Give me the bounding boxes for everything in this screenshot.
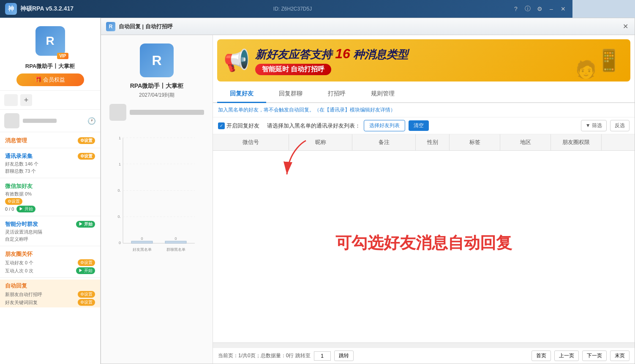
sidebar-item-auto-reply[interactable]: 自动回复 新朋友自动打招呼 ⚙设置 好友关键词回复 ⚙设置 [0, 280, 100, 307]
dialog-right-panel: 📢 新好友应答支持 16 种消息类型 智能延时 自动打招呼 📱 🧑 回复好友 回… [213, 35, 635, 364]
dialog-account-avatar [109, 104, 126, 121]
last-page-button[interactable]: 末页 [610, 350, 630, 361]
dialog-account-row [109, 104, 204, 121]
avatar: R VIP [35, 26, 65, 56]
promo-banner: 📢 新好友应答支持 16 种消息类型 智能延时 自动打招呼 📱 🧑 [217, 39, 630, 81]
svg-text:1: 1 [119, 162, 121, 166]
goto-button[interactable]: 跳转 [334, 350, 354, 361]
banner-sub: 智能延时 自动打招呼 [255, 64, 331, 75]
profile-name: RPA微助手丨大掌柜 [25, 62, 75, 70]
app-id: ID: Z6H2C37D5J [273, 6, 312, 12]
svg-text:好友黑名单: 好友黑名单 [133, 247, 152, 252]
svg-text:群聊黑名单: 群聊黑名单 [166, 247, 185, 252]
dialog-close-button[interactable]: ✕ [621, 22, 630, 31]
close-button[interactable]: ✕ [559, 5, 567, 13]
window-controls: ? ⓘ ⚙ – ✕ [512, 5, 567, 13]
dialog-avatar: R [140, 43, 174, 77]
clear-button[interactable]: 清空 [409, 120, 429, 131]
dialog-window: R 自动回复 | 自动打招呼 ✕ R RPA微助手丨大掌柜 2027/04/19… [101, 18, 635, 364]
sidebar-item-message-management[interactable]: 消息管理 ⚙设置 [0, 134, 100, 146]
select-friends-button[interactable]: 选择好友列表 [364, 120, 405, 131]
dialog-expire: 2027/04/19到期 [139, 92, 174, 99]
wechat-info [23, 119, 84, 123]
dialog-titlebar: R 自动回复 | 自动打招呼 ✕ [101, 18, 635, 35]
horizontal-scrollbar[interactable] [213, 342, 635, 348]
svg-text:0: 0 [141, 236, 143, 241]
wechat-avatar [4, 113, 19, 128]
sidebar-item-contacts[interactable]: 通讯录采集 ⚙设置 好友总数 146 个 群聊总数 73 个 [0, 150, 100, 176]
data-table: 微信号 昵称 备注 性别 标签 地区 朋友圈权限 [213, 134, 635, 342]
chart-area: 1 1 0. 0. 0 好友黑名单 群聊黑名单 0 0 [110, 129, 203, 264]
sidebar: R VIP RPA微助手丨大掌柜 🎁 会员权益 + 🕐 消息管理 ⚙设置 通 [0, 18, 101, 364]
col-region: 地区 [500, 134, 551, 150]
svg-text:0.: 0. [117, 188, 121, 193]
vip-badge: VIP [57, 53, 68, 59]
col-gender: 性别 [416, 134, 450, 150]
banner-decoration: 📱 [596, 39, 622, 81]
table-body-empty [213, 151, 635, 277]
dialog-content: R RPA微助手丨大掌柜 2027/04/19到期 [101, 35, 635, 364]
wechat-account-item[interactable]: 🕐 [0, 110, 100, 132]
col-tags: 标签 [450, 134, 500, 150]
svg-text:0.: 0. [117, 215, 121, 219]
help-button[interactable]: ? [512, 5, 520, 13]
select-label: 请选择加入黑名单的通讯录好友列表： [267, 122, 360, 130]
first-page-button[interactable]: 首页 [531, 350, 551, 361]
info-button[interactable]: ⓘ [523, 5, 532, 13]
account-bar: + [0, 91, 100, 110]
clock-icon: 🕐 [87, 117, 96, 125]
col-remark: 备注 [352, 134, 416, 150]
add-account-button[interactable]: + [20, 94, 32, 106]
account-avatar-box[interactable] [4, 94, 18, 106]
filter-button[interactable]: ▼ 筛选 [581, 120, 607, 131]
page-input[interactable] [314, 351, 331, 361]
svg-rect-12 [165, 241, 186, 243]
table-header: 微信号 昵称 备注 性别 标签 地区 朋友圈权限 [213, 134, 635, 151]
sidebar-menu: 消息管理 ⚙设置 通讯录采集 ⚙设置 好友总数 146 个 群聊总数 73 个 … [0, 132, 100, 310]
member-benefits-button[interactable]: 🎁 会员权益 [16, 73, 84, 86]
svg-text:0: 0 [174, 236, 177, 241]
sidebar-item-add-friends[interactable]: 微信加好友 有效数据 0% ⚙设置 0 / 0 ▶ 开始 [0, 180, 100, 214]
controls-row: ✓ 开启回复好友 请选择加入黑名单的通讯录好友列表： 选择好友列表 清空 ▼ 筛… [213, 117, 635, 134]
enable-reply-checkbox[interactable]: ✓ 开启回复好友 [218, 122, 259, 130]
banner-person-icon: 🧑 [575, 60, 597, 79]
title-bar: 神 神硕RPA v5.3.2.417 ID: Z6H2C37D5J ? ⓘ ⚙ … [0, 0, 572, 18]
banner-title: 新好友应答支持 16 种消息类型 [255, 46, 408, 62]
checkbox-icon: ✓ [218, 122, 225, 129]
settings-button[interactable]: ⚙ [535, 5, 544, 13]
sidebar-item-group-send[interactable]: 智能分时群发 ▶ 开始 灵活设置消息间隔 自定义称呼 [0, 218, 100, 244]
sidebar-item-moments[interactable]: 朋友圈关怀 互动好友 0 个 ⚙设置 互动人次 0 次 ▶ 开始 [0, 248, 100, 276]
col-moments-permission: 朋友圈权限 [551, 134, 602, 150]
tab-rules[interactable]: 规则管理 [358, 86, 407, 103]
col-nickname: 昵称 [289, 134, 352, 150]
bar-chart: 1 1 0. 0. 0 好友黑名单 群聊黑名单 0 0 [110, 129, 203, 264]
svg-rect-11 [131, 241, 153, 243]
prev-page-button[interactable]: 上一页 [554, 350, 579, 361]
app-title: 神硕RPA v5.3.2.417 [20, 5, 74, 13]
banner-megaphone-icon: 📢 [223, 48, 250, 73]
tab-reply-friends[interactable]: 回复好友 [217, 86, 266, 103]
pagination-bar: 当前页：1/共0页；总数据量：0行 跳转至 跳转 首页 上一页 下一页 末页 [213, 348, 635, 364]
minimize-button[interactable]: – [547, 5, 556, 13]
next-page-button[interactable]: 下一页 [582, 350, 607, 361]
tab-greet[interactable]: 打招呼 [315, 86, 358, 103]
deselect-button[interactable]: 反选 [610, 120, 630, 131]
dialog-title: 自动回复 | 自动打招呼 [119, 23, 173, 30]
dialog-logo: R [106, 22, 115, 31]
tabs-bar: 回复好友 回复群聊 打招呼 规则管理 [213, 86, 635, 103]
tab-reply-groups[interactable]: 回复群聊 [266, 86, 315, 103]
info-bar: 加入黑名单的好友，将不会触发自动回复。（在【通讯录】模块编辑好友详情） [213, 103, 635, 117]
svg-text:0: 0 [119, 241, 121, 245]
page-info: 当前页：1/共0页；总数据量：0行 跳转至 [218, 352, 311, 359]
sidebar-profile: R VIP RPA微助手丨大掌柜 🎁 会员权益 [0, 18, 100, 91]
dialog-user-name: RPA微助手丨大掌柜 [130, 82, 184, 90]
col-wechat-id: 微信号 [213, 134, 289, 150]
dialog-left-panel: R RPA微助手丨大掌柜 2027/04/19到期 [101, 35, 213, 364]
svg-text:1: 1 [119, 136, 121, 140]
app-logo: 神 [5, 3, 17, 15]
dialog-account-name-blurred [130, 110, 204, 115]
